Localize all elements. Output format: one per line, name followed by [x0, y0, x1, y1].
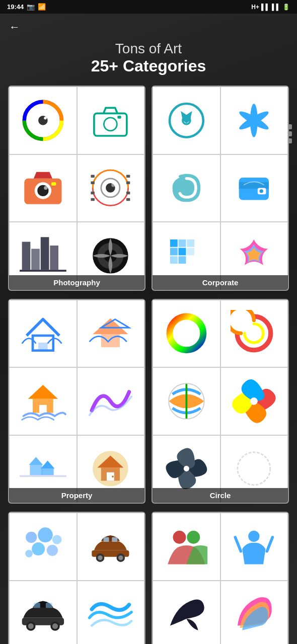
- main-content: ← Tons of Art 25+ Categories: [0, 14, 297, 644]
- svg-rect-85: [112, 537, 118, 542]
- car-logo-2: [77, 513, 145, 581]
- svg-rect-28: [20, 270, 66, 272]
- svg-point-76: [32, 542, 45, 555]
- circle-logo-3: [153, 367, 220, 435]
- time: 19:44: [7, 3, 24, 11]
- svg-rect-42: [178, 239, 186, 247]
- corporate-label: Corporate: [153, 275, 288, 290]
- circle-logo-1: [153, 300, 220, 368]
- svg-point-103: [173, 531, 186, 544]
- svg-point-66: [112, 476, 114, 478]
- prop-logo-1: [9, 300, 77, 368]
- status-bar: 19:44 📷 📶 H+ ▌▌ ▌▌ 🔋: [0, 0, 297, 14]
- social-logo-grid: [153, 513, 288, 644]
- property-label: Property: [9, 488, 144, 503]
- svg-rect-43: [187, 239, 194, 247]
- svg-rect-84: [104, 537, 109, 542]
- svg-rect-26: [41, 237, 49, 270]
- svg-rect-56: [39, 405, 47, 413]
- svg-point-78: [25, 550, 33, 557]
- photo-logo-1: [9, 87, 77, 154]
- photo-logo-4: [77, 154, 145, 222]
- svg-rect-18: [91, 192, 95, 195]
- svg-point-71: [184, 466, 189, 471]
- svg-rect-44: [170, 248, 178, 255]
- svg-rect-20: [126, 175, 130, 178]
- svg-rect-16: [91, 175, 95, 178]
- camera-icon: 📷: [27, 3, 35, 11]
- svg-point-88: [28, 623, 34, 629]
- svg-rect-21: [126, 182, 130, 185]
- signal1-icon: ▌▌: [261, 4, 270, 11]
- car-logo-4: [77, 581, 145, 645]
- photography-label: Photography: [9, 275, 144, 290]
- svg-rect-48: [187, 248, 194, 255]
- svg-point-3: [44, 117, 47, 120]
- header-title: Tons of Art: [0, 41, 297, 57]
- svg-rect-17: [91, 182, 95, 185]
- category-card-circle[interactable]: Circle: [152, 299, 289, 504]
- corporate-logo-grid: [153, 87, 288, 290]
- prop-logo-2: [77, 300, 145, 368]
- svg-rect-50: [38, 343, 48, 351]
- svg-point-5: [104, 118, 117, 131]
- svg-point-104: [187, 531, 200, 544]
- category-row-3: Cars: [8, 512, 289, 644]
- car-logo-3: [9, 581, 77, 645]
- svg-rect-41: [170, 239, 178, 247]
- svg-rect-24: [22, 242, 31, 270]
- category-card-cars[interactable]: Cars: [8, 512, 145, 644]
- prop-logo-4: [77, 367, 145, 435]
- svg-point-40: [260, 190, 263, 193]
- svg-rect-47: [178, 256, 186, 264]
- svg-point-77: [47, 545, 58, 556]
- svg-point-72: [238, 452, 270, 485]
- svg-rect-46: [170, 256, 178, 264]
- svg-marker-51: [93, 318, 128, 335]
- signal-icon: 📶: [38, 3, 46, 11]
- svg-rect-58: [30, 465, 42, 475]
- circle-logo-grid: [153, 300, 288, 503]
- social-logo-4: [220, 581, 288, 645]
- svg-rect-92: [46, 603, 52, 608]
- category-card-property[interactable]: Property: [8, 299, 145, 504]
- category-card-social[interactable]: Social: [152, 512, 289, 644]
- svg-rect-91: [34, 603, 40, 608]
- battery-icon: 🔋: [282, 4, 290, 11]
- back-button[interactable]: ←: [0, 14, 29, 36]
- category-card-corporate[interactable]: Corporate: [152, 86, 289, 291]
- svg-point-75: [52, 535, 62, 544]
- svg-rect-27: [50, 246, 58, 270]
- svg-rect-11: [51, 183, 56, 186]
- category-card-photography[interactable]: Photography: [8, 86, 145, 291]
- header-subtitle: 25+ Categories: [0, 57, 297, 75]
- svg-point-73: [26, 532, 37, 543]
- categories-container: Photography: [0, 86, 297, 644]
- svg-point-10: [44, 186, 47, 190]
- svg-point-81: [98, 555, 103, 560]
- social-logo-3: [153, 581, 220, 645]
- svg-rect-23: [126, 198, 130, 201]
- svg-rect-60: [41, 469, 53, 475]
- corp-logo-1: [153, 87, 220, 154]
- corp-logo-3: [153, 154, 220, 222]
- svg-rect-19: [91, 198, 95, 201]
- photography-logo-grid: [9, 87, 144, 290]
- network-icon: H+: [251, 4, 259, 11]
- svg-marker-57: [29, 457, 43, 465]
- photo-logo-3: [9, 154, 77, 222]
- photo-logo-2: [77, 87, 145, 154]
- category-row-2: Property: [8, 299, 289, 504]
- signal2-icon: ▌▌: [272, 4, 280, 11]
- cars-logo-grid: [9, 513, 144, 644]
- car-logo-1: [9, 513, 77, 581]
- svg-point-105: [249, 531, 260, 542]
- svg-marker-54: [28, 385, 58, 399]
- svg-point-90: [52, 623, 58, 629]
- svg-point-74: [38, 527, 53, 542]
- svg-rect-6: [118, 116, 121, 119]
- svg-rect-61: [20, 475, 66, 477]
- corp-logo-4: [220, 154, 288, 222]
- header: Tons of Art 25+ Categories: [0, 36, 297, 86]
- svg-point-67: [170, 316, 203, 350]
